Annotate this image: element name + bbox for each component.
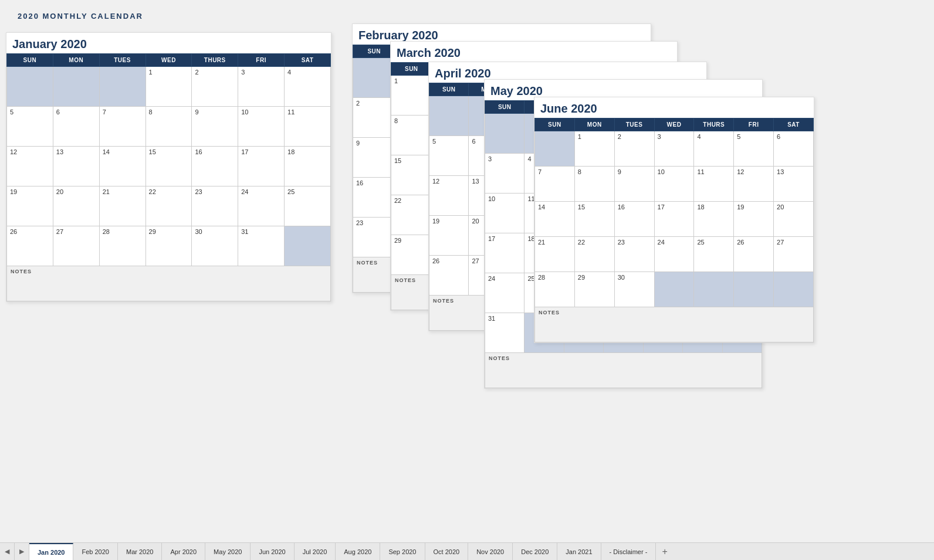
table-row: 19 20 21 22 23 24 25 [7, 186, 331, 226]
tab-jan-2021[interactable]: Jan 2021 [557, 543, 601, 560]
may-cell-31: 31 [485, 313, 524, 353]
jan-day-wed: WED [145, 54, 192, 67]
jan-cell-8: 8 [145, 107, 192, 147]
jan-cell-11: 11 [285, 107, 331, 147]
jan-cell-empty1 [7, 67, 53, 107]
jan-cell-21: 21 [99, 186, 145, 226]
mar-day-sun: SUN [391, 63, 432, 76]
jun-cell-24: 24 [654, 237, 694, 272]
tab-dec-2020[interactable]: Dec 2020 [513, 543, 557, 560]
table-row: 14 15 16 17 18 19 20 [535, 202, 814, 237]
jan-cell-29: 29 [145, 226, 192, 266]
apr-cell-5: 5 [429, 136, 469, 176]
tab-apr-2020[interactable]: Apr 2020 [162, 543, 205, 560]
table-row: 7 8 9 10 11 12 13 [535, 167, 814, 202]
jan-cell-24: 24 [238, 186, 285, 226]
jan-cell-1: 1 [145, 67, 192, 107]
jun-cell-14: 14 [535, 202, 575, 237]
jan-cell-4: 4 [285, 67, 331, 107]
may-cell-24: 24 [485, 273, 524, 313]
apr-day-sun: SUN [429, 83, 469, 96]
may-cell-10: 10 [485, 194, 524, 233]
jun-cell-10: 10 [654, 167, 694, 202]
jan-cell-3: 3 [238, 67, 285, 107]
jun-cell-28: 28 [535, 272, 575, 307]
apr-cell-empty [429, 96, 469, 136]
jan-cell-10: 10 [238, 107, 285, 147]
jan-cell-2: 2 [192, 67, 238, 107]
jun-cell-4: 4 [694, 131, 734, 167]
jun-day-sun: SUN [535, 118, 575, 131]
tab-disclaimer[interactable]: - Disclaimer - [601, 543, 656, 560]
jun-cell-27: 27 [774, 237, 814, 272]
feb-cell-16: 16 [353, 178, 395, 218]
tab-nav-right[interactable]: ▶ [15, 543, 29, 560]
jan-cell-30: 30 [192, 226, 238, 266]
may-day-sun: SUN [485, 101, 524, 114]
jun-cell-18: 18 [694, 202, 734, 237]
jun-cell-19: 19 [734, 202, 774, 237]
jun-day-thurs: THURS [694, 118, 734, 131]
jan-cell-23: 23 [192, 186, 238, 226]
tab-nav-left[interactable]: ◀ [0, 543, 15, 560]
jan-cell-7: 7 [99, 107, 145, 147]
table-row: 1 2 3 4 [7, 67, 331, 107]
jun-day-mon: MON [574, 118, 614, 131]
jun-cell-empty-end3 [734, 272, 774, 307]
tab-oct-2020[interactable]: Oct 2020 [425, 543, 469, 560]
table-row: NOTES [535, 307, 814, 342]
jun-cell-17: 17 [654, 202, 694, 237]
may-cell-3: 3 [485, 154, 524, 194]
tab-mar-2020[interactable]: Mar 2020 [118, 543, 162, 560]
jun-cell-7: 7 [535, 167, 575, 202]
calendar-january: January 2020 SUN MON TUES WED THURS FRI … [6, 32, 331, 302]
jan-cell-28: 28 [99, 226, 145, 266]
mar-cell-1: 1 [391, 76, 432, 116]
tab-aug-2020[interactable]: Aug 2020 [336, 543, 380, 560]
feb-cell-empty [353, 58, 395, 98]
jan-cell-19: 19 [7, 186, 53, 226]
mar-cell-22: 22 [391, 195, 432, 235]
tab-add-button[interactable]: + [656, 543, 673, 560]
january-title: January 2020 [6, 33, 331, 53]
jan-day-tues: TUES [99, 54, 145, 67]
may-notes: NOTES [485, 353, 762, 388]
jan-cell-14: 14 [99, 147, 145, 186]
tab-feb-2020[interactable]: Feb 2020 [73, 543, 117, 560]
jun-day-fri: FRI [734, 118, 774, 131]
jun-cell-22: 22 [574, 237, 614, 272]
jun-cell-6: 6 [774, 131, 814, 167]
jan-cell-15: 15 [145, 147, 192, 186]
tab-bar: ◀ ▶ Jan 2020 Feb 2020 Mar 2020 Apr 2020 … [0, 542, 934, 560]
table-row: 26 27 28 29 30 31 [7, 226, 331, 266]
tab-nov-2020[interactable]: Nov 2020 [468, 543, 513, 560]
jun-cell-29: 29 [574, 272, 614, 307]
tab-jul-2020[interactable]: Jul 2020 [295, 543, 336, 560]
jun-cell-empty-end1 [654, 272, 694, 307]
jun-cell-12: 12 [734, 167, 774, 202]
jan-notes: NOTES [7, 266, 331, 301]
feb-day-sun: SUN [353, 45, 395, 58]
tab-jun-2020[interactable]: Jun 2020 [251, 543, 294, 560]
jan-day-fri: FRI [238, 54, 285, 67]
tab-jan-2020[interactable]: Jan 2020 [29, 543, 73, 560]
jun-cell-25: 25 [694, 237, 734, 272]
tab-may-2020[interactable]: May 2020 [205, 543, 251, 560]
jan-cell-16: 16 [192, 147, 238, 186]
mar-cell-29: 29 [391, 235, 432, 275]
jun-cell-empty-end2 [694, 272, 734, 307]
jan-day-mon: MON [53, 54, 99, 67]
tab-sep-2020[interactable]: Sep 2020 [380, 543, 425, 560]
jan-cell-empty-end [285, 226, 331, 266]
jun-cell-empty [535, 131, 575, 167]
jan-cell-25: 25 [285, 186, 331, 226]
jun-cell-11: 11 [694, 167, 734, 202]
jan-cell-31: 31 [238, 226, 285, 266]
jun-notes: NOTES [535, 307, 814, 342]
jun-cell-empty-end4 [774, 272, 814, 307]
jan-cell-empty3 [99, 67, 145, 107]
table-row: 28 29 30 [535, 272, 814, 307]
january-table: SUN MON TUES WED THURS FRI SAT 1 [6, 53, 331, 301]
june-title: June 2020 [534, 97, 814, 118]
apr-cell-19: 19 [429, 216, 469, 256]
